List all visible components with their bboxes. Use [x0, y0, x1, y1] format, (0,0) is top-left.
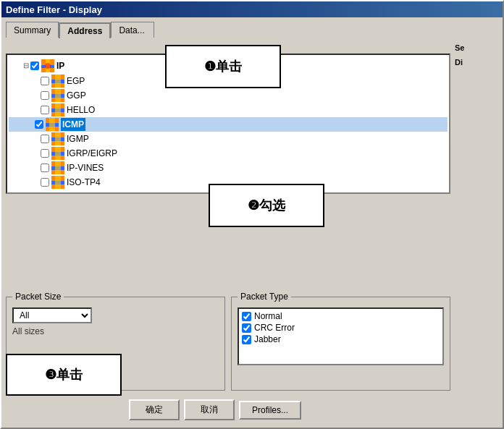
icmp-label: ICMP — [61, 118, 85, 131]
svg-rect-18 — [55, 132, 61, 145]
jabber-label: Jabber — [254, 334, 281, 344]
checkbox-icmp[interactable] — [35, 120, 43, 129]
tree-item-ipvines: IP-VINES — [9, 161, 448, 175]
checkbox-normal[interactable] — [242, 312, 251, 321]
se-label: Se — [455, 43, 498, 52]
annotation-step3: ❸单击 — [6, 354, 122, 396]
checkbox-crc[interactable] — [242, 323, 251, 333]
packet-type-jabber: Jabber — [242, 334, 440, 345]
isotp4-icon — [51, 176, 64, 189]
right-panel: Se Di — [455, 22, 498, 423]
igmp-label: IGMP — [67, 132, 89, 145]
expand-icon[interactable]: ⊟ — [23, 59, 29, 72]
checkbox-igrp[interactable] — [41, 149, 49, 158]
ipvines-icon — [51, 161, 64, 174]
svg-rect-15 — [49, 118, 55, 131]
tree-item-igmp: IGMP — [9, 132, 448, 146]
annotation-step2: ❷勾选 — [209, 184, 324, 227]
ggp-icon — [51, 89, 64, 102]
igrp-label: IGRP/EIGRP — [67, 147, 117, 160]
hello-label: HELLO — [67, 103, 95, 116]
hello-icon — [51, 103, 64, 116]
ipvines-label: IP-VINES — [67, 161, 104, 174]
ok-button[interactable]: 确定 — [129, 399, 180, 420]
crc-label: CRC Error — [254, 323, 295, 333]
ggp-label: GGP — [67, 89, 86, 102]
packet-size-label: Packet Size — [12, 292, 64, 302]
egp-label: EGP — [67, 75, 85, 88]
packet-type-group: Packet Type Normal CRC Error Jabber — [231, 297, 450, 391]
tree-item-ggp: GGP — [9, 88, 448, 103]
packet-type-normal: Normal — [242, 310, 440, 322]
packet-type-crc: CRC Error — [242, 322, 440, 334]
igrp-icon — [51, 147, 64, 160]
size-description: All sizes — [12, 326, 219, 336]
tab-address[interactable]: Address — [59, 22, 111, 38]
svg-rect-27 — [55, 176, 61, 189]
svg-rect-21 — [55, 147, 61, 160]
svg-rect-9 — [55, 89, 61, 102]
checkbox-jabber[interactable] — [242, 335, 251, 344]
annotation-step1: ❶单击 — [165, 45, 281, 88]
ip-label: IP — [56, 59, 64, 72]
normal-label: Normal — [254, 311, 282, 321]
tree-item-hello: HELLO — [9, 103, 448, 117]
tree-item-igrp: IGRP/EIGRP — [9, 146, 448, 161]
svg-rect-12 — [55, 103, 61, 116]
checkbox-ggp[interactable] — [41, 91, 49, 100]
profiles-button[interactable]: Profiles... — [239, 401, 301, 420]
svg-rect-24 — [55, 161, 61, 174]
di-label: Di — [455, 58, 498, 67]
checkbox-isotp4[interactable] — [41, 178, 49, 187]
igmp-icon — [51, 132, 64, 145]
checkbox-egp[interactable] — [41, 77, 49, 85]
icmp-icon — [46, 118, 59, 131]
svg-rect-6 — [55, 75, 61, 88]
svg-point-3 — [45, 63, 51, 69]
tab-bar: Summary Address Data... — [6, 22, 450, 38]
window-title: Define Filter - Display — [6, 4, 102, 15]
tab-summary[interactable]: Summary — [6, 22, 59, 38]
packet-type-list: Normal CRC Error Jabber — [238, 307, 444, 365]
checkbox-ipvines[interactable] — [41, 163, 49, 172]
footer: ❸单击 确定 取消 Profiles... — [6, 395, 450, 423]
egp-icon — [51, 75, 64, 88]
checkbox-igmp[interactable] — [41, 135, 49, 143]
ip-icon — [41, 59, 54, 72]
title-bar: Define Filter - Display — [1, 1, 503, 17]
checkbox-ip[interactable] — [30, 61, 39, 70]
tab-data[interactable]: Data... — [111, 22, 154, 38]
tree-item-icmp[interactable]: ICMP — [9, 117, 448, 132]
packet-type-label: Packet Type — [238, 292, 291, 302]
packet-size-dropdown[interactable]: All Small Medium Large — [12, 307, 92, 323]
checkbox-hello[interactable] — [41, 106, 49, 114]
isotp4-label: ISO-TP4 — [67, 176, 101, 189]
main-window: Define Filter - Display Summary Address … — [0, 0, 504, 429]
cancel-button[interactable]: 取消 — [184, 399, 235, 420]
